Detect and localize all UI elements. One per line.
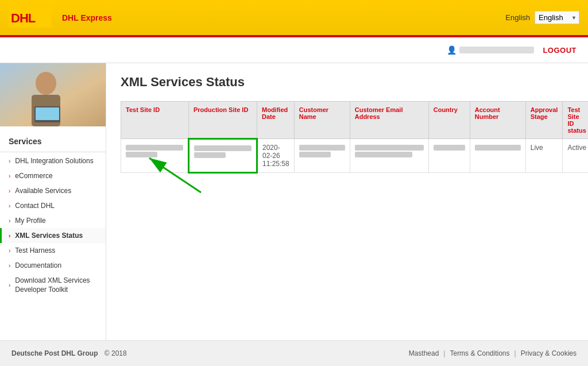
cell-test-site-id: [121, 139, 189, 173]
col-customer-email: Customer Email Address: [350, 102, 428, 139]
footer-links: Masthead | Terms & Conditions | Privacy …: [409, 349, 577, 357]
blurred-value: [299, 152, 331, 157]
col-production-site-id: Production Site ID: [189, 102, 257, 139]
dhl-logo-svg: DHL: [9, 7, 52, 28]
svg-rect-6: [36, 107, 59, 120]
sidebar-illustration: [0, 63, 106, 126]
svg-point-3: [36, 72, 56, 95]
sidebar-item-download-toolkit[interactable]: › Download XML Services Developer Toolki…: [0, 273, 106, 298]
logo-area: DHL DHL Express: [9, 7, 112, 28]
footer-link-masthead[interactable]: Masthead: [409, 349, 439, 357]
sidebar-item-test-harness[interactable]: › Test Harness: [0, 243, 106, 258]
sidebar-title: Services: [0, 132, 106, 151]
blurred-value: [299, 145, 345, 151]
blurred-value: [126, 145, 183, 151]
cell-customer-email: [350, 139, 428, 173]
col-test-site-id: Test Site ID: [121, 102, 189, 139]
col-customer-name: Customer Name: [294, 102, 350, 139]
language-label: English: [505, 13, 530, 22]
sidebar-item-label: Contact DHL: [15, 202, 55, 210]
brand-name: DHL Express: [62, 13, 112, 22]
blurred-value: [355, 145, 424, 151]
sidebar-item-documentation[interactable]: › Documentation: [0, 258, 106, 273]
col-approval-stage: Approval Stage: [525, 102, 563, 139]
user-icon: 👤: [447, 45, 457, 55]
sidebar-nav: Services › DHL Integration Solutions › e…: [0, 126, 106, 303]
user-area: 👤 LOGOUT: [447, 45, 577, 55]
sidebar-item-my-profile[interactable]: › My Profile: [0, 213, 106, 228]
footer-link-privacy[interactable]: Privacy & Cookies: [521, 349, 577, 357]
cell-test-site-status: Active: [563, 139, 588, 173]
blurred-value: [194, 152, 226, 158]
blurred-value: [434, 145, 465, 151]
table-header-row: Test Site ID Production Site ID Modified…: [121, 102, 589, 139]
cell-customer-name: [294, 139, 350, 173]
cell-country: [428, 139, 470, 173]
sidebar-item-label: eCommerce: [15, 172, 52, 180]
chevron-right-icon: ›: [9, 233, 10, 239]
footer-separator: |: [514, 349, 516, 357]
page-title: XML Services Status: [121, 75, 574, 90]
chevron-right-icon: ›: [9, 218, 10, 224]
language-select-wrapper[interactable]: English Deutsch Français Español: [535, 11, 579, 24]
content-area: XML Services Status Test Site ID Product…: [106, 63, 588, 340]
chevron-right-icon: ›: [9, 173, 10, 179]
sidebar-item-label: Test Harness: [15, 246, 55, 255]
svg-text:DHL: DHL: [11, 11, 36, 25]
sidebar-item-label: Documentation: [15, 261, 61, 269]
logout-button[interactable]: LOGOUT: [543, 46, 577, 55]
chevron-right-icon: ›: [9, 158, 10, 164]
header: DHL DHL Express English English Deutsch …: [0, 0, 588, 37]
footer-company: Deutsche Post DHL Group: [11, 349, 98, 357]
footer: Deutsche Post DHL Group © 2018 Masthead …: [0, 340, 588, 366]
footer-copyright: Deutsche Post DHL Group © 2018: [11, 349, 127, 357]
cell-production-site-id: [189, 139, 257, 173]
blurred-value: [194, 145, 252, 151]
language-select[interactable]: English Deutsch Français Español: [535, 11, 579, 24]
sidebar-item-xml-services[interactable]: › XML Services Status: [0, 228, 106, 243]
sidebar-item-label: My Profile: [15, 217, 45, 225]
table-row: 2020-02-26 11:25:58 Live: [121, 139, 589, 173]
cell-approval-stage: Live: [525, 139, 563, 173]
chevron-right-icon: ›: [9, 203, 10, 209]
sidebar-divider: [0, 152, 106, 152]
status-table: Test Site ID Production Site ID Modified…: [121, 101, 588, 174]
sidebar-item-dhl-integration[interactable]: › DHL Integration Solutions: [0, 153, 106, 168]
col-modified-date: Modified Date: [257, 102, 295, 139]
user-info: 👤: [447, 45, 534, 55]
sidebar-item-label: XML Services Status: [15, 232, 83, 240]
blurred-value: [126, 152, 157, 157]
sidebar-item-contact-dhl[interactable]: › Contact DHL: [0, 198, 106, 213]
col-country: Country: [428, 102, 470, 139]
blurred-value: [475, 145, 521, 151]
footer-year: © 2018: [105, 349, 127, 357]
col-account-number: Account Number: [470, 102, 525, 139]
sidebar-item-label: Download XML Services Developer Toolkit: [15, 276, 97, 294]
chevron-right-icon: ›: [9, 263, 10, 269]
sidebar-item-label: DHL Integration Solutions: [15, 157, 93, 165]
sub-header: 👤 LOGOUT: [0, 37, 588, 63]
cell-account-number: [470, 139, 525, 173]
footer-link-terms[interactable]: Terms & Conditions: [450, 349, 509, 357]
chevron-right-icon: ›: [9, 282, 10, 289]
main-layout: Services › DHL Integration Solutions › e…: [0, 63, 588, 340]
sidebar-item-ecommerce[interactable]: › eCommerce: [0, 168, 106, 183]
sidebar-item-available-services[interactable]: › Available Services: [0, 183, 106, 198]
chevron-right-icon: ›: [9, 248, 10, 254]
footer-separator: |: [443, 349, 445, 357]
sidebar-item-label: Available Services: [15, 187, 71, 195]
blurred-value: [355, 152, 412, 157]
dhl-logo: DHL: [9, 7, 52, 28]
header-right: English English Deutsch Français Español: [505, 11, 579, 24]
cell-modified-date: 2020-02-26 11:25:58: [257, 139, 295, 173]
sidebar: Services › DHL Integration Solutions › e…: [0, 63, 106, 340]
col-test-site-status: Test Site ID status: [563, 102, 588, 139]
sidebar-image: [0, 63, 106, 126]
user-name: [459, 47, 534, 53]
chevron-right-icon: ›: [9, 188, 10, 194]
